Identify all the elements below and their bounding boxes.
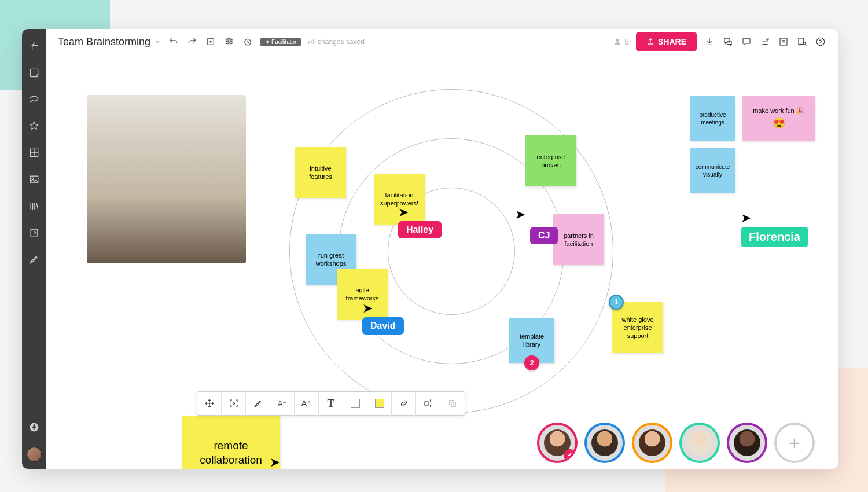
- arrange-icon[interactable]: [416, 391, 440, 416]
- left-sidebar: [22, 29, 46, 469]
- border-color-icon[interactable]: [343, 391, 367, 416]
- download-icon[interactable]: [704, 36, 715, 47]
- sticky-text: run great workshops: [310, 251, 352, 268]
- edit-pencil-icon[interactable]: [246, 391, 270, 416]
- library-icon[interactable]: [27, 199, 41, 213]
- grid-icon[interactable]: [27, 146, 41, 160]
- vote-badge-1: 1: [609, 295, 624, 310]
- redo-icon[interactable]: [186, 36, 198, 47]
- team-photo[interactable]: [87, 95, 246, 263]
- timer-icon[interactable]: [242, 36, 253, 47]
- sticky-text: enterprise proven: [530, 153, 572, 170]
- focus-icon[interactable]: [222, 391, 246, 416]
- font-increase-icon[interactable]: A⁺: [295, 391, 319, 416]
- topbar: Team Brainstorming ✦Facilitator All chan…: [46, 29, 838, 54]
- sticky-productive[interactable]: productive meetings: [690, 96, 735, 141]
- text-icon[interactable]: T: [319, 391, 343, 416]
- svg-rect-0: [30, 69, 38, 76]
- star-icon[interactable]: [27, 119, 41, 133]
- participants-row: ★ +: [537, 423, 815, 463]
- sticky-text: productive meetings: [695, 111, 730, 126]
- undo-icon[interactable]: [168, 36, 179, 47]
- sticky-makework[interactable]: make work fun 🎉 😍: [742, 96, 815, 141]
- sticky-text: communicate visually: [695, 163, 730, 178]
- cursor-florencia: ➤ Florencia: [741, 212, 808, 247]
- sticky-facilitation[interactable]: facilitation superpowers!: [374, 174, 425, 225]
- cursor-pointer-icon: ➤: [741, 212, 751, 225]
- sticky-text: template library: [514, 332, 550, 349]
- canvas[interactable]: intuitive features facilitation superpow…: [46, 54, 838, 469]
- note-icon[interactable]: [27, 66, 41, 80]
- participant-avatar-4[interactable]: [679, 423, 720, 463]
- share-button[interactable]: SHARE: [636, 32, 697, 51]
- sticky-enterprise[interactable]: enterprise proven: [525, 135, 576, 186]
- lasso-icon[interactable]: [27, 93, 41, 107]
- search-doc-icon[interactable]: [796, 36, 808, 47]
- svg-point-9: [226, 41, 229, 44]
- facilitator-star-icon: ★: [564, 449, 576, 462]
- font-decrease-icon[interactable]: A⁻: [270, 391, 295, 416]
- user-avatar-me[interactable]: [27, 447, 42, 462]
- sticky-text: agile frameworks: [341, 286, 383, 303]
- sticky-text: make work fun 🎉: [753, 107, 804, 115]
- sticky-text: remote collaboration: [186, 439, 275, 467]
- fill-color-icon[interactable]: [367, 391, 392, 416]
- svg-point-8: [210, 41, 211, 42]
- participant-avatar-1[interactable]: ★: [537, 423, 578, 463]
- participant-avatar-3[interactable]: [632, 423, 672, 463]
- move-icon[interactable]: [197, 391, 222, 416]
- link-icon[interactable]: [392, 391, 416, 416]
- chat-icon[interactable]: [741, 36, 752, 47]
- zap-icon[interactable]: [27, 420, 41, 434]
- main-area: Team Brainstorming ✦Facilitator All chan…: [46, 29, 838, 469]
- svg-point-17: [233, 403, 234, 405]
- svg-rect-3: [30, 176, 38, 183]
- vote-badge-2: 2: [524, 355, 539, 370]
- cursor-label: Florencia: [741, 227, 808, 247]
- add-participant-button[interactable]: +: [774, 423, 815, 463]
- sticky-remote-selected[interactable]: remote collaboration: [182, 416, 280, 469]
- list-icon[interactable]: [778, 36, 789, 47]
- sticky-text: facilitation superpowers!: [378, 191, 420, 208]
- participant-count-number: 5: [624, 37, 629, 46]
- sticky-communicate[interactable]: communicate visually: [690, 148, 735, 193]
- facilitator-label: Facilitator: [271, 39, 296, 45]
- board-title-text: Team Brainstorming: [58, 36, 150, 48]
- participant-avatar-5[interactable]: [727, 423, 767, 463]
- svg-rect-5: [31, 229, 38, 236]
- saved-status: All changes saved: [308, 38, 364, 46]
- svg-rect-18: [425, 402, 428, 405]
- board-title[interactable]: Team Brainstorming: [58, 36, 161, 48]
- topbar-right-icons: [704, 36, 826, 47]
- copy-icon[interactable]: [440, 391, 465, 416]
- sticky-template[interactable]: template library 2: [509, 318, 554, 363]
- chat-multi-icon[interactable]: [722, 36, 734, 47]
- frame-icon[interactable]: [205, 36, 216, 47]
- pencil-icon[interactable]: [27, 252, 41, 266]
- sticky-text: white glove enterprise support: [617, 315, 659, 340]
- sticky-intuitive[interactable]: intuitive features: [295, 147, 346, 198]
- participant-count[interactable]: 5: [613, 37, 629, 46]
- activity-icon[interactable]: [759, 36, 771, 47]
- emoji-hearteyes: 😍: [773, 117, 785, 130]
- sticky-text: partners in facilitation: [558, 232, 599, 248]
- svg-rect-19: [450, 401, 454, 405]
- sticky-partners[interactable]: partners in facilitation: [553, 214, 604, 265]
- edit-toolbar: A⁻ A⁺ T: [197, 391, 465, 416]
- sticky-whiteglove[interactable]: white glove enterprise support 1: [612, 302, 663, 353]
- facilitator-badge[interactable]: ✦Facilitator: [260, 38, 301, 46]
- sticky-text: intuitive features: [300, 164, 341, 181]
- export-icon[interactable]: [27, 226, 41, 240]
- incognito-icon[interactable]: [223, 36, 235, 47]
- svg-rect-20: [451, 402, 456, 407]
- app-window: Team Brainstorming ✦Facilitator All chan…: [22, 29, 838, 469]
- help-icon[interactable]: [815, 36, 826, 47]
- svg-point-1: [31, 101, 32, 102]
- participant-avatar-2[interactable]: [584, 423, 625, 463]
- back-icon[interactable]: [27, 39, 41, 53]
- image-icon[interactable]: [27, 172, 41, 186]
- share-label: SHARE: [658, 37, 686, 46]
- svg-point-10: [230, 41, 233, 44]
- chevron-down-icon: [154, 38, 161, 45]
- sticky-agile[interactable]: agile frameworks: [337, 269, 388, 320]
